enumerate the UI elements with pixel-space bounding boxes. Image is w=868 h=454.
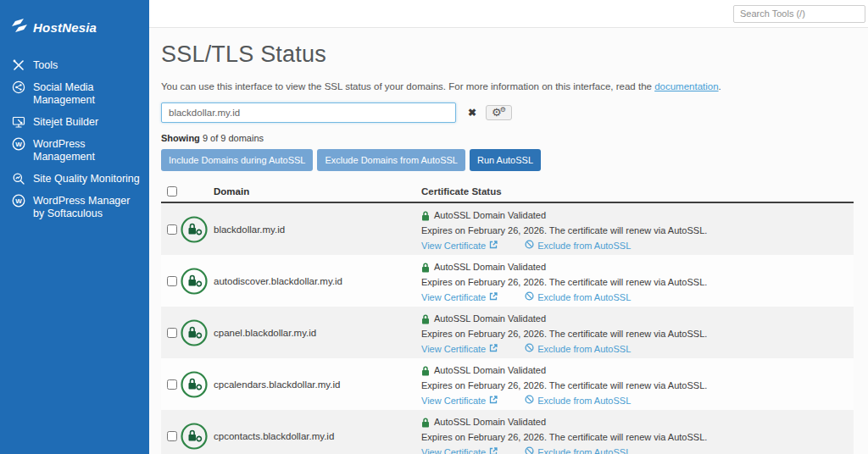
page-description: You can use this interface to view the S… — [161, 81, 854, 91]
domain-column-header: Domain — [214, 186, 421, 197]
expiry-text: Expires on February 26, 2026. The certif… — [421, 328, 854, 340]
table-row: cpcontacts.blackdollar.my.id AutoSSL Dom… — [161, 410, 854, 454]
sidebar-item-sitejet-builder[interactable]: Sitejet Builder — [0, 111, 149, 133]
view-certificate-link[interactable]: View Certificate — [421, 240, 498, 252]
exclude-autossl-label: Exclude from AutoSSL — [537, 395, 631, 407]
view-certificate-label: View Certificate — [421, 343, 486, 356]
status-label: AutoSSL Domain Validated — [434, 261, 546, 274]
tools-icon — [11, 58, 25, 72]
table-row: cpanel.blackdollar.my.id AutoSSL Domain … — [161, 307, 854, 358]
sidebar: HostNesia Tools — [0, 0, 149, 454]
run-autossl-button[interactable]: Run AutoSSL — [470, 149, 541, 171]
exclude-autossl-label: Exclude from AutoSSL — [537, 291, 631, 304]
table-header: Domain Certificate Status — [161, 180, 854, 203]
sidebar-item-label: Sitejet Builder — [33, 115, 98, 129]
status-label: AutoSSL Domain Validated — [434, 416, 546, 429]
ssl-lock-badge-icon — [181, 319, 208, 346]
lock-icon — [421, 314, 430, 324]
domain-name: blackdollar.my.id — [214, 203, 421, 255]
hostnesia-logo-icon — [12, 19, 27, 36]
content: SSL/TLS Status You can use this interfac… — [149, 28, 868, 454]
showing-label: Showing — [161, 133, 200, 143]
row-checkbox[interactable] — [167, 224, 177, 235]
certificate-status-cell: AutoSSL Domain Validated Expires on Febr… — [421, 410, 854, 454]
row-checkbox[interactable] — [167, 379, 177, 390]
table-row: blackdollar.my.id AutoSSL Domain Validat… — [161, 203, 854, 255]
certificate-status-cell: AutoSSL Domain Validated Expires on Febr… — [421, 358, 854, 410]
documentation-link[interactable]: documentation — [654, 81, 718, 91]
row-checkbox[interactable] — [167, 276, 177, 286]
exclude-domains-button[interactable]: Exclude Domains from AutoSSL — [317, 149, 465, 171]
domain-name: cpcontacts.blackdollar.my.id — [214, 410, 421, 454]
exclude-autossl-link[interactable]: Exclude from AutoSSL — [525, 343, 631, 356]
sidebar-item-label: Tools — [33, 58, 58, 72]
status-label: AutoSSL Domain Validated — [434, 364, 546, 377]
svg-text:W: W — [15, 141, 22, 148]
lock-icon — [421, 366, 430, 376]
exclude-autossl-link[interactable]: Exclude from AutoSSL — [525, 395, 631, 407]
view-certificate-link[interactable]: View Certificate — [421, 291, 498, 304]
row-checkbox[interactable] — [167, 431, 177, 441]
external-link-icon — [489, 291, 498, 304]
external-link-icon — [489, 446, 498, 454]
expiry-text: Expires on February 26, 2026. The certif… — [421, 224, 854, 237]
exclude-autossl-label: Exclude from AutoSSL — [537, 240, 631, 252]
exclude-autossl-link[interactable]: Exclude from AutoSSL — [525, 240, 631, 252]
table-row: cpcalendars.blackdollar.my.id AutoSSL Do… — [161, 358, 854, 410]
site-quality-icon — [11, 171, 25, 185]
filter-settings-button[interactable]: ⚙⚙ — [486, 105, 512, 121]
external-link-icon — [489, 395, 498, 407]
app-window: HostNesia Tools — [0, 0, 868, 454]
domain-name: cpcalendars.blackdollar.my.id — [214, 358, 421, 410]
view-certificate-link[interactable]: View Certificate — [421, 395, 498, 407]
sidebar-item-site-quality-monitoring[interactable]: Site Quality Monitoring — [0, 168, 149, 190]
ban-icon — [525, 446, 534, 454]
include-domains-button[interactable]: Include Domains during AutoSSL — [161, 149, 313, 171]
view-certificate-label: View Certificate — [421, 240, 486, 252]
domain-filter-row: ✖ ⚙⚙ — [161, 102, 854, 123]
sidebar-item-social-media-management[interactable]: Social Media Management — [0, 76, 149, 111]
row-checkbox[interactable] — [167, 328, 177, 338]
sidebar-item-label: Social Media Management — [33, 80, 141, 107]
external-link-icon — [489, 240, 498, 252]
close-icon: ✖ — [468, 107, 476, 119]
status-label: AutoSSL Domain Validated — [434, 313, 546, 325]
gear-icon: ⚙ — [500, 106, 506, 114]
exclude-autossl-label: Exclude from AutoSSL — [537, 343, 631, 356]
expiry-text: Expires on February 26, 2026. The certif… — [421, 431, 854, 444]
hostnesia-logo[interactable]: HostNesia — [0, 12, 149, 49]
domain-name: autodiscover.blackdollar.my.id — [214, 255, 421, 307]
social-media-icon — [11, 80, 25, 94]
view-certificate-link[interactable]: View Certificate — [421, 446, 498, 454]
sidebar-item-label: WordPress Manager by Softaculous — [33, 194, 141, 220]
certificate-status-cell: AutoSSL Domain Validated Expires on Febr… — [421, 203, 854, 255]
showing-count: Showing 9 of 9 domains — [161, 133, 854, 143]
sidebar-item-tools[interactable]: Tools — [0, 54, 149, 76]
exclude-autossl-link[interactable]: Exclude from AutoSSL — [525, 446, 631, 454]
view-certificate-link[interactable]: View Certificate — [421, 343, 498, 356]
autossl-actions: Include Domains during AutoSSL Exclude D… — [161, 149, 854, 171]
ssl-lock-badge-icon — [181, 216, 208, 243]
page-title: SSL/TLS Status — [161, 42, 854, 68]
lock-icon — [421, 263, 430, 273]
topbar — [149, 0, 868, 28]
search-tools-input[interactable] — [733, 5, 865, 23]
ssl-lock-badge-icon — [181, 268, 208, 295]
exclude-autossl-link[interactable]: Exclude from AutoSSL — [525, 291, 631, 304]
sidebar-item-wordpress-management[interactable]: W WordPress Management — [0, 133, 149, 168]
sitejet-builder-icon — [11, 114, 25, 129]
external-link-icon — [489, 343, 498, 356]
ban-icon — [525, 343, 534, 356]
showing-rest: 9 of 9 domains — [200, 133, 264, 143]
select-all-checkbox[interactable] — [167, 186, 177, 197]
view-certificate-label: View Certificate — [421, 446, 486, 454]
sidebar-item-label: WordPress Management — [33, 137, 141, 163]
clear-filter-button[interactable]: ✖ — [465, 104, 480, 121]
domain-name: cpanel.blackdollar.my.id — [214, 307, 421, 358]
description-period: . — [719, 81, 721, 91]
domain-filter-input[interactable] — [161, 102, 456, 123]
sidebar-item-wordpress-manager-softaculous[interactable]: W WordPress Manager by Softaculous — [0, 190, 149, 224]
certificate-status-cell: AutoSSL Domain Validated Expires on Febr… — [421, 307, 854, 358]
main-area: SSL/TLS Status You can use this interfac… — [149, 0, 868, 454]
ban-icon — [525, 291, 534, 304]
